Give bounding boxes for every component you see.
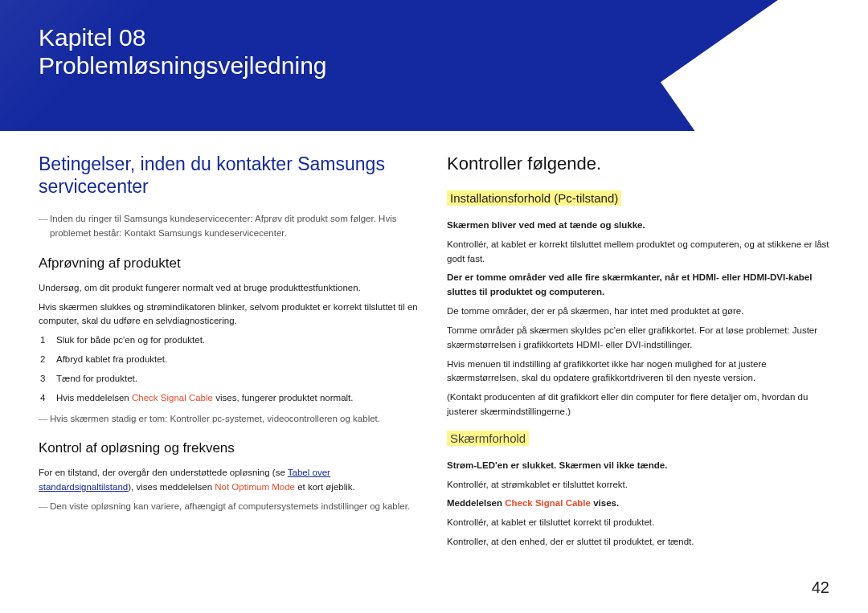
list-item: 4 Hvis meddelelsen Check Signal Cable vi… [39, 391, 421, 406]
paragraph: For en tilstand, der overgår den underst… [39, 466, 421, 495]
issue-group: Strøm-LED'en er slukket. Skærmen vil ikk… [447, 459, 829, 492]
page-number: 42 [812, 578, 829, 597]
paragraph: Kontrollér, at kablet er korrekt tilslut… [447, 238, 829, 267]
issue-title: Meddelelsen Check Signal Cable vises. [447, 497, 829, 511]
list-item-text: Hvis meddelelsen Check Signal Cable vise… [56, 393, 353, 403]
right-column: Kontroller følgende. Installationsforhol… [447, 153, 829, 554]
warning-text: Not Optimum Mode [215, 482, 295, 492]
issue-title: Der er tomme områder ved alle fire skærm… [447, 271, 829, 300]
content-columns: Betingelser, inden du kontakter Samsungs… [0, 131, 868, 554]
paragraph: Undersøg, om dit produkt fungerer normal… [39, 281, 421, 296]
subheading: Afprøvning af produktet [39, 255, 421, 272]
left-column: Betingelser, inden du kontakter Samsungs… [39, 153, 421, 554]
note-text: Hvis skærmen stadig er tom: Kontroller p… [39, 412, 421, 427]
note-text: Den viste opløsning kan variere, afhængi… [39, 500, 421, 514]
note-text: Inden du ringer til Samsungs kundeservic… [39, 212, 421, 241]
issue-title: Strøm-LED'en er slukket. Skærmen vil ikk… [447, 459, 829, 473]
warning-text: Check Signal Cable [505, 498, 591, 508]
chapter-title: Problemløsningsvejledning [39, 52, 868, 80]
list-item: 2Afbryd kablet fra produktet. [39, 353, 421, 367]
issue-title: Skærmen bliver ved med at tænde og slukk… [447, 219, 829, 233]
list-item-text: Afbryd kablet fra produktet. [56, 354, 167, 364]
list-item-text: Sluk for både pc'en og for produktet. [56, 335, 205, 345]
paragraph: Kontrollér, at kablet er tilsluttet korr… [447, 516, 829, 530]
issue-group: Meddelelsen Check Signal Cable vises. Ko… [447, 497, 829, 549]
list-item-text: Tænd for produktet. [56, 374, 137, 383]
subheading: Kontrol af opløsning og frekvens [39, 440, 421, 456]
paragraph: De tomme områder, der er på skærmen, har… [447, 304, 829, 319]
numbered-list: 1Sluk for både pc'en og for produktet. 2… [39, 333, 421, 405]
highlight-label: Skærmforhold [447, 431, 529, 446]
page-title: Kapitel 08 Problemløsningsvejledning [39, 24, 868, 80]
paragraph: Hvis menuen til indstilling af grafikkor… [447, 358, 829, 386]
paragraph: Tomme områder på skærmen skyldes pc'en e… [447, 324, 829, 353]
page: Kapitel 08 Problemløsningsvejledning Bet… [0, 0, 868, 613]
chapter-number: Kapitel 08 [39, 24, 868, 52]
issue-group: Skærmen bliver ved med at tænde og slukk… [447, 219, 829, 266]
paragraph: (Kontakt producenten af dit grafikkort e… [447, 390, 829, 419]
list-item: 3Tænd for produktet. [39, 372, 421, 386]
section-heading-blue: Betingelser, inden du kontakter Samsungs… [39, 153, 421, 198]
section-heading: Kontroller følgende. [447, 153, 829, 174]
warning-text: Check Signal Cable [132, 393, 213, 403]
paragraph: Kontrollér, at strømkablet er tilsluttet… [447, 478, 829, 492]
highlight-label: Installationsforhold (Pc-tilstand) [447, 190, 621, 206]
paragraph: Kontroller, at den enhed, der er sluttet… [447, 535, 829, 550]
issue-group: Der er tomme områder ved alle fire skærm… [447, 271, 829, 419]
list-item: 1Sluk for både pc'en og for produktet. [39, 333, 421, 348]
paragraph: Hvis skærmen slukkes og strømindikatoren… [39, 300, 421, 329]
hero-banner: Kapitel 08 Problemløsningsvejledning [0, 0, 868, 131]
